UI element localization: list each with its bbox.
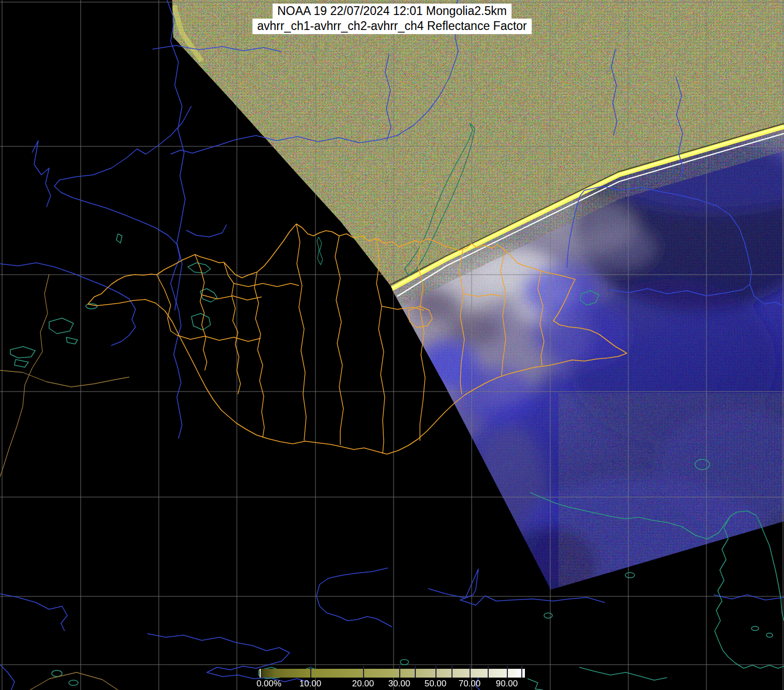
colorbar-tick: [470, 666, 471, 678]
satellite-map: [0, 0, 784, 690]
colorbar-tick: [488, 666, 489, 678]
colorbar-label: 10.00: [299, 679, 322, 689]
colorbar-tick: [521, 666, 522, 678]
colorbar-tick: [363, 666, 364, 678]
colorbar-label: 20.00: [352, 679, 374, 689]
colorbar-label: 30.00: [388, 679, 411, 689]
colorbar-tick: [415, 666, 416, 678]
colorbar-tick: [310, 666, 311, 678]
colorbar-tick: [399, 666, 400, 678]
title-line-2: avhrr_ch1-avhrr_ch2-avhrr_ch4 Reflectanc…: [252, 19, 532, 34]
colorbar-label: 50.00: [425, 679, 447, 689]
colorbar-tick: [435, 666, 436, 678]
colorbar-label: 0.00%: [257, 679, 281, 689]
colorbar-tick: [451, 666, 453, 678]
colorbar-start-tick: [260, 669, 261, 678]
colorbar-label: 70.00: [459, 679, 481, 689]
colorbar: 0.00% 10.00 20.00 30.00 50.00 70.00 90.0…: [260, 669, 525, 678]
colorbar-tick: [507, 666, 508, 678]
satellite-image-viewport: NOAA 19 22/07/2024 12:01 Mongolia2.5km a…: [0, 0, 784, 690]
colorbar-label: 90.00: [496, 679, 518, 689]
title-line-1: NOAA 19 22/07/2024 12:01 Mongolia2.5km: [273, 4, 511, 19]
